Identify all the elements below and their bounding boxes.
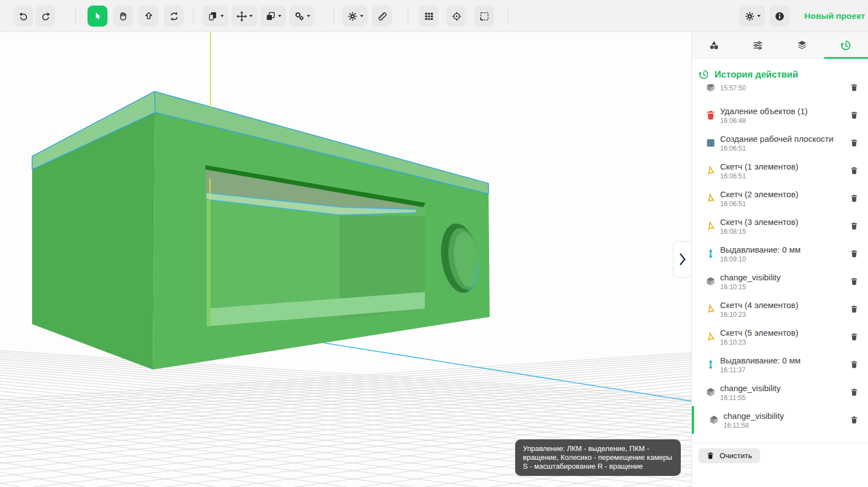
delete-history-item-button[interactable] [847, 330, 861, 344]
trash-icon [850, 416, 859, 424]
chevron-down-icon [220, 15, 224, 17]
delete-history-item-button[interactable] [847, 357, 861, 372]
duplicate-menu-button[interactable] [260, 6, 286, 27]
history-item-label: Скетч (3 элементов) [720, 217, 798, 227]
duplicate-icon [265, 11, 276, 22]
top-toolbar: Новый проект [0, 0, 868, 32]
panel-collapse-button[interactable] [673, 241, 691, 278]
arrow-up-tool-button[interactable] [138, 6, 158, 27]
target-icon [451, 11, 463, 22]
cube-icon [705, 387, 716, 398]
viewport-canvas[interactable] [0, 32, 691, 487]
history-list: 15:57:50 Удаление объектов (1)16:06:48 С… [692, 84, 868, 434]
history-item-time: 16:11:37 [720, 366, 800, 374]
history-item[interactable]: Удаление объектов (1)16:06:48 [692, 101, 868, 129]
delete-history-item-button[interactable] [847, 191, 861, 206]
history-icon [840, 39, 852, 52]
settings-menu-button[interactable] [342, 6, 368, 27]
delete-history-item-button[interactable] [847, 136, 861, 150]
ruler-tool-button[interactable] [372, 6, 392, 27]
hand-icon [117, 11, 129, 22]
history-item[interactable]: Скетч (3 элементов)16:08:15 [692, 212, 868, 240]
history-list-scroll[interactable]: 15:57:50 Удаление объектов (1)16:06:48 С… [692, 84, 868, 443]
tab-shapes[interactable] [692, 32, 736, 58]
trash-icon [850, 249, 859, 258]
toolbar-divider [75, 8, 76, 24]
history-item[interactable]: Скетч (1 элементов)16:06:51 [692, 157, 868, 184]
move-menu-button[interactable] [232, 6, 257, 27]
info-button[interactable] [769, 6, 789, 27]
delete-history-item-button[interactable] [847, 385, 861, 399]
delete-history-item-button[interactable] [847, 108, 861, 122]
history-panel-header: История действий [692, 59, 868, 84]
history-item-label: Скетч (5 элементов) [720, 328, 798, 338]
view-settings-button[interactable] [739, 6, 765, 27]
toolbar-divider [333, 8, 334, 24]
history-item-time: 16:08:15 [720, 228, 798, 235]
history-item[interactable]: Скетч (5 элементов)16:10:23 [692, 323, 868, 351]
chevron-right-icon [678, 250, 687, 268]
ruler-icon [377, 11, 388, 22]
history-item-label: change_visibility [723, 411, 784, 421]
trash-icon [850, 388, 859, 397]
target-center-button[interactable] [446, 6, 466, 27]
history-item-active[interactable]: change_visibility16:11:58 [692, 406, 868, 434]
delete-history-item-button[interactable] [847, 219, 861, 233]
history-item[interactable]: change_visibility16:10:15 [692, 268, 868, 295]
trash-red-icon [705, 110, 716, 121]
viewport: Управление: ЛКМ - выделение, ПКМ - враще… [0, 32, 691, 487]
history-item[interactable]: Создание рабочей плоскости16:06:51 [692, 129, 868, 157]
sliders-icon [752, 39, 764, 52]
history-item-time: 16:10:23 [720, 311, 798, 319]
trash-icon [850, 360, 859, 369]
history-item[interactable]: 15:57:50 [692, 84, 868, 101]
history-item-time: 16:06:48 [720, 117, 808, 125]
delete-history-item-button[interactable] [847, 413, 861, 427]
history-item[interactable]: Скетч (2 элементов)16:06:51 [692, 184, 868, 212]
history-item[interactable]: Выдавливание: 0 мм16:09:10 [692, 240, 868, 268]
project-name[interactable]: Новый проект [804, 11, 865, 21]
history-item-label: Скетч (4 элементов) [720, 300, 798, 310]
undo-icon [18, 11, 29, 22]
tab-history[interactable] [824, 32, 868, 58]
refresh-tool-button[interactable] [164, 6, 184, 27]
history-item-label: Выдавливание: 0 мм [720, 356, 800, 366]
marquee-select-button[interactable] [474, 6, 494, 27]
pan-tool-button[interactable] [113, 6, 133, 27]
trash-icon [850, 111, 859, 120]
gears-menu-button[interactable] [289, 6, 315, 27]
trash-icon [850, 305, 859, 314]
history-item-time: 16:06:51 [720, 145, 834, 152]
marquee-icon [479, 11, 490, 22]
tab-layers[interactable] [780, 32, 824, 58]
trash-icon [850, 139, 859, 147]
history-item[interactable]: Выдавливание: 0 мм16:11:37 [692, 351, 868, 378]
trash-icon [850, 194, 859, 203]
toolbar-divider [507, 8, 508, 24]
delete-history-item-button[interactable] [847, 247, 861, 261]
history-item[interactable]: change_visibility16:11:55 [692, 378, 868, 406]
history-item-label: Скетч (2 элементов) [720, 189, 798, 199]
paste-menu-button[interactable] [203, 6, 228, 27]
grid-toggle-button[interactable] [419, 6, 439, 27]
move-arrows-icon [236, 11, 248, 22]
delete-history-item-button[interactable] [847, 163, 861, 178]
controls-tooltip: Управление: ЛКМ - выделение, ПКМ - враще… [515, 439, 681, 476]
chevron-down-icon [757, 15, 761, 17]
history-item-time: 16:10:23 [720, 339, 798, 346]
cursor-icon [92, 11, 104, 22]
delete-history-item-button[interactable] [847, 274, 861, 289]
redo-button[interactable] [35, 6, 55, 27]
tab-settings[interactable] [736, 32, 780, 58]
delete-history-item-button[interactable] [847, 84, 861, 95]
select-tool-button[interactable] [88, 6, 107, 27]
delete-history-item-button[interactable] [847, 302, 861, 316]
cube-icon [705, 276, 716, 287]
clear-history-label: Очистить [720, 452, 752, 460]
grid-icon [423, 11, 435, 22]
undo-button[interactable] [13, 6, 33, 27]
history-item-time: 16:10:15 [720, 283, 780, 291]
history-item[interactable]: Скетч (4 элементов)16:10:23 [692, 295, 868, 323]
clear-history-button[interactable]: Очистить [698, 448, 760, 463]
history-item-time: 16:11:58 [723, 422, 784, 429]
